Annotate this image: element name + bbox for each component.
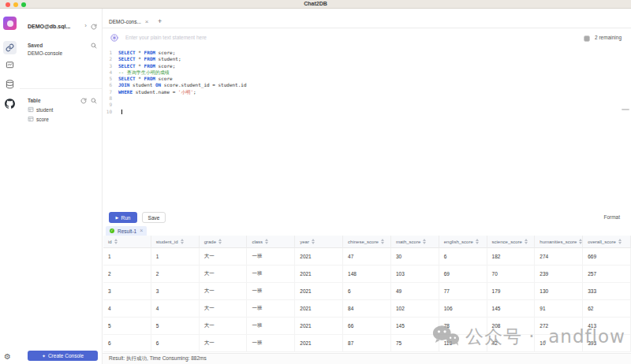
- run-button[interactable]: ▶ Run: [109, 212, 137, 223]
- column-header-science_score[interactable]: science_score: [487, 236, 536, 248]
- sort-icon[interactable]: [525, 239, 528, 244]
- tab-demo-console[interactable]: DEMO-cons... ×: [109, 19, 148, 24]
- column-header-math_score[interactable]: math_score: [391, 236, 439, 248]
- refresh-icon[interactable]: [80, 93, 87, 107]
- table-cell-r6-english_score[interactable]: 113: [439, 335, 487, 352]
- table-item-student[interactable]: student: [28, 106, 99, 113]
- column-header-grade[interactable]: grade: [200, 236, 248, 248]
- sort-icon[interactable]: [423, 239, 426, 244]
- code-line-4[interactable]: 4-- 查询学生小明的成绩: [103, 69, 631, 76]
- table-cell-r1-science_score[interactable]: 182: [487, 248, 536, 266]
- sort-icon[interactable]: [579, 239, 582, 244]
- app-logo-icon[interactable]: [3, 17, 17, 30]
- table-cell-r4-overall_score[interactable]: 62: [583, 300, 631, 318]
- column-header-class[interactable]: class: [247, 236, 295, 248]
- table-item-score[interactable]: score: [28, 116, 99, 123]
- sort-icon[interactable]: [381, 239, 384, 244]
- table-cell-r2-chinese_score[interactable]: 148: [343, 266, 391, 283]
- table-cell-r5-year[interactable]: 2021: [295, 318, 343, 335]
- table-cell-r4-english_score[interactable]: 106: [439, 300, 487, 318]
- column-header-id[interactable]: id: [103, 236, 151, 248]
- table-cell-r1-student_id[interactable]: 1: [151, 248, 200, 266]
- code-line-3[interactable]: 3SELECT * FROM score;: [103, 63, 631, 69]
- table-cell-r1-id[interactable]: 1: [103, 248, 151, 266]
- code-line-8[interactable]: 8: [103, 95, 631, 102]
- table-cell-r6-year[interactable]: 2021: [295, 335, 343, 352]
- chevron-right-icon[interactable]: ›: [84, 23, 87, 29]
- editor-scrollbar-thumb[interactable]: [622, 109, 629, 110]
- table-cell-r6-grade[interactable]: 大一: [200, 335, 248, 352]
- table-cell-r4-student_id[interactable]: 4: [151, 300, 200, 318]
- sql-editor[interactable]: 1SELECT * FROM score;2SELECT * FROM stud…: [103, 46, 631, 210]
- table-cell-r5-grade[interactable]: 大一: [200, 318, 248, 335]
- settings-gear-icon[interactable]: ⚙: [4, 352, 11, 361]
- table-cell-r3-english_score[interactable]: 77: [439, 283, 487, 300]
- table-cell-r3-science_score[interactable]: 179: [487, 283, 536, 300]
- table-cell-r4-id[interactable]: 4: [103, 300, 151, 318]
- table-cell-r3-year[interactable]: 2021: [295, 283, 343, 300]
- table-cell-r1-grade[interactable]: 大一: [200, 248, 248, 266]
- sort-icon[interactable]: [265, 239, 268, 244]
- table-cell-r5-chinese_score[interactable]: 66: [343, 318, 391, 335]
- table-cell-r4-chinese_score[interactable]: 84: [343, 300, 391, 318]
- table-cell-r6-id[interactable]: 6: [103, 335, 151, 352]
- code-line-1[interactable]: 1SELECT * FROM score;: [103, 50, 631, 56]
- saved-item-DEMO-console[interactable]: DEMO-console: [28, 50, 99, 56]
- table-cell-r2-humanities_score[interactable]: 239: [535, 266, 583, 283]
- table-cell-r6-class[interactable]: 一班: [247, 335, 295, 352]
- format-button[interactable]: Format: [603, 214, 620, 220]
- sort-icon[interactable]: [476, 239, 479, 244]
- console-nav-item[interactable]: [3, 58, 17, 72]
- sort-icon[interactable]: [312, 239, 315, 244]
- refresh-icon[interactable]: [91, 19, 97, 33]
- table-cell-r6-student_id[interactable]: 6: [151, 335, 200, 352]
- save-button[interactable]: Save: [142, 212, 166, 223]
- table-cell-r3-class[interactable]: 一班: [247, 283, 295, 300]
- column-header-overall_score[interactable]: overall_score: [583, 236, 631, 248]
- create-console-button[interactable]: ✦ Create Console: [28, 351, 98, 361]
- search-icon[interactable]: [91, 93, 97, 107]
- table-cell-r5-overall_score[interactable]: 413: [583, 318, 631, 335]
- table-cell-r1-year[interactable]: 2021: [295, 248, 343, 266]
- table-cell-r4-math_score[interactable]: 102: [391, 300, 439, 318]
- table-cell-r6-overall_score[interactable]: 393: [583, 335, 631, 352]
- table-cell-r2-year[interactable]: 2021: [295, 266, 343, 283]
- table-cell-r5-humanities_score[interactable]: 272: [535, 318, 583, 335]
- column-header-student_id[interactable]: student_id: [151, 236, 200, 248]
- table-cell-r6-humanities_score[interactable]: 10: [535, 335, 583, 352]
- tab-close-icon[interactable]: ×: [145, 19, 149, 24]
- column-header-english_score[interactable]: english_score: [439, 236, 487, 248]
- quota-grid-icon[interactable]: [584, 31, 590, 45]
- table-cell-r3-id[interactable]: 3: [103, 283, 151, 300]
- table-cell-r2-grade[interactable]: 大一: [200, 266, 248, 283]
- table-cell-r1-math_score[interactable]: 30: [391, 248, 439, 266]
- table-cell-r2-english_score[interactable]: 69: [439, 266, 487, 283]
- table-cell-r3-humanities_score[interactable]: 130: [535, 283, 583, 300]
- table-cell-r5-math_score[interactable]: 145: [391, 318, 439, 335]
- table-cell-r5-science_score[interactable]: 208: [487, 318, 536, 335]
- ai-statement-input[interactable]: [124, 34, 360, 41]
- table-cell-r3-student_id[interactable]: 3: [151, 283, 200, 300]
- code-line-5[interactable]: 5SELECT * FROM score: [103, 76, 631, 82]
- result-tab[interactable]: ✓ Result-1 ×: [106, 226, 147, 236]
- table-cell-r4-humanities_score[interactable]: 91: [535, 300, 583, 318]
- table-cell-r4-grade[interactable]: 大一: [200, 300, 248, 318]
- sort-icon[interactable]: [114, 239, 118, 244]
- ai-assistant-icon[interactable]: [110, 34, 118, 42]
- table-cell-r5-student_id[interactable]: 5: [151, 318, 200, 335]
- table-cell-r3-chinese_score[interactable]: 6: [343, 283, 391, 300]
- table-cell-r6-math_score[interactable]: 75: [391, 335, 439, 352]
- table-cell-r5-id[interactable]: 5: [103, 318, 151, 335]
- connections-nav-item[interactable]: [3, 41, 17, 54]
- table-cell-r5-class[interactable]: 一班: [247, 318, 295, 335]
- table-cell-r3-math_score[interactable]: 49: [391, 283, 439, 300]
- table-cell-r2-math_score[interactable]: 103: [391, 266, 439, 283]
- sort-icon[interactable]: [618, 239, 622, 244]
- table-cell-r2-overall_score[interactable]: 257: [583, 266, 631, 283]
- sort-icon[interactable]: [181, 239, 184, 244]
- table-cell-r6-chinese_score[interactable]: 87: [343, 335, 391, 352]
- table-cell-r1-class[interactable]: 一班: [247, 248, 295, 266]
- code-line-6[interactable]: 6JOIN student ON score.student_id = stud…: [103, 82, 631, 88]
- table-cell-r4-science_score[interactable]: 145: [487, 300, 536, 318]
- table-cell-r4-class[interactable]: 一班: [247, 300, 295, 318]
